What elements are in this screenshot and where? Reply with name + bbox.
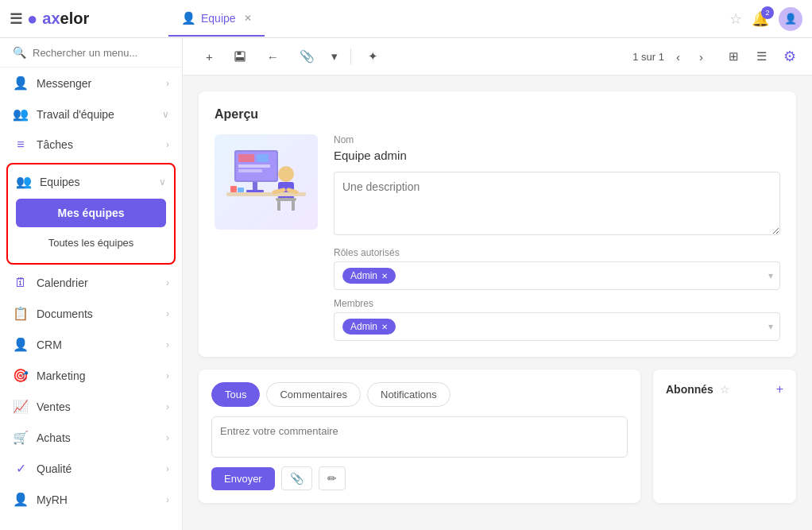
- grid-view-button[interactable]: ⊞: [721, 44, 746, 68]
- svg-rect-14: [277, 201, 280, 211]
- sidebar-item-qualite-label: Qualité: [37, 462, 72, 475]
- travail-equipe-arrow-icon: ∨: [162, 109, 169, 120]
- prev-page-button[interactable]: ‹: [669, 45, 687, 68]
- svg-rect-20: [238, 188, 244, 192]
- sidebar-item-equipes[interactable]: 👥 Equipes ∨: [8, 168, 174, 195]
- description-textarea[interactable]: [334, 172, 780, 235]
- tab-equipe-icon: 👤: [181, 11, 196, 25]
- avatar[interactable]: 👤: [779, 7, 802, 31]
- remove-role-tag-icon[interactable]: ✕: [381, 272, 388, 280]
- nom-label: Nom: [334, 134, 780, 145]
- apercu-title: Aperçu: [215, 107, 780, 122]
- sidebar-search-container: 🔍: [0, 38, 182, 68]
- sidebar-item-crm-label: CRM: [37, 339, 62, 351]
- svg-rect-1: [237, 52, 241, 55]
- edit-comment-button[interactable]: ✏: [319, 466, 346, 490]
- remove-membre-tag-icon[interactable]: ✕: [381, 323, 388, 331]
- mes-equipes-button[interactable]: Mes équipes: [16, 199, 166, 227]
- equipes-submenu: Mes équipes Toutes les équipes: [8, 199, 174, 260]
- travail-equipe-icon: 👥: [13, 106, 29, 122]
- equipes-icon: 👥: [16, 174, 32, 189]
- documents-arrow-icon: ›: [166, 308, 169, 319]
- crm-icon: 👤: [13, 337, 29, 352]
- tab-commentaires-button[interactable]: Commentaires: [266, 382, 361, 407]
- svg-rect-19: [230, 186, 237, 192]
- comment-textarea[interactable]: [211, 416, 628, 458]
- comment-tabs: Tous Commentaires Notifications: [211, 382, 628, 407]
- sidebar: 🔍 👤 Messenger › 👥 Travail d'équipe ∨ ≡ T…: [0, 38, 183, 530]
- back-button[interactable]: ←: [260, 45, 286, 68]
- notification-button[interactable]: 🔔 2: [752, 10, 769, 28]
- hamburger-icon[interactable]: ☰: [10, 10, 22, 28]
- settings-icon[interactable]: ⚙: [783, 48, 796, 65]
- page-content: Aperçu: [183, 75, 812, 530]
- nom-value: Equipe admin: [334, 149, 780, 162]
- sidebar-item-calendrier[interactable]: 🗓 Calendrier ›: [0, 268, 182, 298]
- tab-notifications-button[interactable]: Notifications: [367, 382, 450, 407]
- calendrier-icon: 🗓: [13, 276, 29, 290]
- sidebar-item-documents[interactable]: 📋 Documents ›: [0, 298, 182, 329]
- admin-membre-tag: Admin ✕: [342, 319, 396, 335]
- sidebar-item-messenger[interactable]: 👤 Messenger ›: [0, 68, 182, 99]
- tab-tous-button[interactable]: Tous: [211, 382, 260, 407]
- notification-badge: 2: [761, 6, 774, 19]
- apercu-image: [215, 134, 318, 230]
- toutes-equipes-link[interactable]: Toutes les équipes: [16, 230, 166, 255]
- marketing-icon: 🎯: [13, 368, 29, 383]
- view-buttons: ⊞ ☰: [721, 44, 774, 68]
- sidebar-item-marketing-label: Marketing: [37, 369, 85, 382]
- membres-dropdown-arrow-icon: ▾: [768, 321, 773, 332]
- svg-rect-8: [238, 169, 262, 172]
- sidebar-item-marketing[interactable]: 🎯 Marketing ›: [0, 360, 182, 391]
- tab-equipe-label: Equipe: [201, 12, 236, 25]
- main-layout: 🔍 👤 Messenger › 👥 Travail d'équipe ∨ ≡ T…: [0, 38, 812, 530]
- list-view-button[interactable]: ☰: [749, 44, 774, 68]
- save-button[interactable]: [226, 45, 253, 68]
- admin-membre-tag-label: Admin: [350, 321, 377, 332]
- marketing-arrow-icon: ›: [166, 370, 169, 381]
- logo-icon: ●: [27, 9, 37, 29]
- sidebar-item-messenger-label: Messenger: [37, 77, 91, 90]
- abonnes-section: Abonnés ☆ +: [653, 369, 796, 503]
- sidebar-item-taches[interactable]: ≡ Tâches ›: [0, 130, 182, 160]
- ventes-icon: 📈: [13, 399, 29, 414]
- sidebar-item-myrh[interactable]: 👤 MyRH ›: [0, 484, 182, 515]
- add-button[interactable]: +: [199, 45, 220, 68]
- roles-select[interactable]: Admin ✕ ▾: [334, 261, 780, 290]
- sidebar-item-taches-label: Tâches: [37, 138, 73, 151]
- membres-select[interactable]: Admin ✕ ▾: [334, 312, 780, 341]
- sidebar-item-travail-equipe[interactable]: 👥 Travail d'équipe ∨: [0, 99, 182, 130]
- abonnes-title: Abonnés: [666, 383, 713, 396]
- sidebar-item-ventes[interactable]: 📈 Ventes ›: [0, 391, 182, 422]
- tab-equipe[interactable]: 👤 Equipe ✕: [168, 2, 265, 37]
- magic-button[interactable]: ✦: [361, 44, 385, 68]
- tab-close-icon[interactable]: ✕: [244, 13, 252, 24]
- next-page-button[interactable]: ›: [692, 45, 710, 68]
- attach-button[interactable]: 📎: [292, 44, 322, 68]
- bottom-section: Tous Commentaires Notifications Envoyer …: [199, 369, 796, 503]
- svg-rect-10: [246, 190, 264, 192]
- roles-label: Rôles autorisés: [334, 247, 780, 258]
- sidebar-item-achats[interactable]: 🛒 Achats ›: [0, 422, 182, 453]
- abonnes-star-icon[interactable]: ☆: [720, 383, 730, 396]
- roles-dropdown-arrow-icon: ▾: [768, 270, 773, 281]
- top-bar-actions: ☆ 🔔 2 👤: [729, 7, 802, 31]
- crm-arrow-icon: ›: [166, 339, 169, 350]
- abonnes-add-icon[interactable]: +: [776, 382, 783, 397]
- favorite-star-icon[interactable]: ☆: [729, 10, 742, 28]
- apercu-card: Aperçu: [199, 91, 796, 357]
- attach-comment-button[interactable]: 📎: [281, 466, 312, 490]
- taches-arrow-icon: ›: [166, 139, 169, 150]
- sidebar-item-qualite[interactable]: ✓ Qualité ›: [0, 453, 182, 484]
- sidebar-item-achats-label: Achats: [37, 431, 71, 444]
- svg-rect-2: [236, 57, 244, 60]
- send-button[interactable]: Envoyer: [211, 467, 275, 490]
- tab-bar: 👤 Equipe ✕: [168, 2, 721, 37]
- sidebar-item-calendrier-label: Calendrier: [37, 277, 88, 289]
- dropdown-button[interactable]: ▾: [328, 45, 341, 68]
- svg-rect-7: [238, 164, 270, 168]
- achats-arrow-icon: ›: [166, 432, 169, 443]
- pagination: 1 sur 1 ‹ › ⊞ ☰ ⚙: [632, 44, 796, 68]
- sidebar-item-crm[interactable]: 👤 CRM ›: [0, 329, 182, 360]
- search-input[interactable]: [33, 47, 169, 59]
